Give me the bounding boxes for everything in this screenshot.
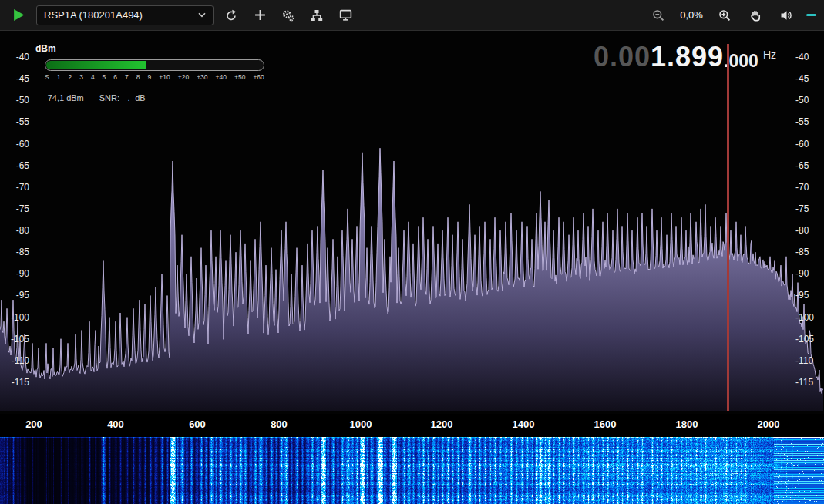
frequency-display[interactable]: 0.00 1.899 .000 Hz (594, 41, 776, 73)
smeter-scale-label: 7 (125, 73, 129, 81)
db-scale-label: -60 (16, 139, 29, 150)
db-scale-label: -90 (795, 268, 809, 279)
db-scale-label: -105 (11, 334, 29, 344)
db-scale-label: -85 (795, 247, 809, 257)
smeter-scale-label: +40 (216, 73, 227, 81)
db-scale-label: -90 (16, 268, 29, 279)
zoom-in-icon (718, 9, 731, 22)
freq-tick-label: 1800 (664, 418, 710, 430)
smeter-scale-label: 1 (57, 73, 61, 81)
gears-icon (282, 9, 294, 22)
zoom-out-button[interactable] (647, 5, 669, 26)
zoom-level: 0,0% (678, 9, 705, 21)
chevron-down-icon (198, 12, 206, 18)
db-scale-label: -65 (795, 160, 809, 171)
spectrum-plot[interactable] (0, 31, 824, 414)
smeter-scale-label: +60 (253, 73, 264, 81)
db-scale-label: -110 (795, 355, 813, 366)
frequency-axis: 200400600800100012001400160018002000 (0, 414, 824, 437)
db-scale-label: -70 (16, 182, 29, 193)
freq-tick-label: 600 (174, 418, 220, 430)
db-scale-label: -75 (795, 203, 809, 214)
db-scale-label: -65 (16, 160, 29, 171)
db-scale-label: -80 (795, 225, 809, 236)
speaker-icon (780, 9, 792, 22)
smeter-scale-label: +20 (178, 73, 189, 81)
smeter-bar (45, 59, 264, 71)
db-scale-label: -110 (12, 355, 29, 366)
pan-button[interactable] (745, 5, 766, 26)
play-icon (12, 8, 25, 22)
db-scale-label: -75 (16, 203, 29, 214)
db-scale-label: -100 (795, 312, 814, 323)
db-scale-label: -70 (795, 182, 809, 193)
display-settings-button[interactable] (335, 5, 356, 26)
volume-slider[interactable] (806, 14, 816, 16)
smeter-scale-label: S (45, 73, 49, 81)
zoom-in-button[interactable] (714, 5, 735, 26)
smeter-scale-label: 3 (79, 73, 83, 81)
waterfall-display[interactable] (0, 437, 824, 504)
smeter-fill (46, 61, 146, 69)
db-scale-label: -55 (16, 116, 29, 127)
frequency-leading-zeros: 0.00 (594, 41, 651, 73)
smeter-scale: S123456789+10+20+30+40+50+60 (45, 73, 264, 81)
db-scale-label: -60 (795, 139, 809, 150)
freq-tick-label: 1000 (338, 418, 384, 430)
db-scale-label: -95 (795, 290, 809, 301)
freq-tick-label: 1400 (500, 418, 547, 430)
volume-button[interactable] (775, 5, 797, 26)
play-button[interactable] (8, 5, 29, 26)
hand-icon (749, 9, 762, 22)
db-scale-label: -55 (795, 116, 809, 127)
zoom-out-icon (652, 9, 664, 22)
db-scale-left: -40-45-50-55-60-65-70-75-80-85-90-95-100… (0, 31, 31, 414)
db-scale-label: -115 (12, 377, 29, 388)
db-scale-label: -105 (795, 334, 814, 344)
freq-tick-label: 800 (256, 418, 302, 430)
db-scale-label: -80 (16, 225, 29, 236)
module-settings-button[interactable] (277, 5, 299, 26)
db-scale-label: -40 (16, 52, 29, 62)
smeter-scale-label: +30 (197, 73, 207, 81)
smeter-scale-label: 6 (113, 73, 117, 81)
db-scale-label: -85 (16, 247, 29, 257)
frequency-unit-label: Hz (763, 49, 776, 61)
source-selector-dropdown[interactable]: RSP1A (180201A494) (36, 5, 214, 25)
db-scale-label: -45 (795, 73, 809, 84)
source-selector-value: RSP1A (180201A494) (44, 9, 143, 21)
db-unit-label: dBm (35, 43, 56, 54)
smeter-scale-label: +10 (159, 73, 170, 81)
db-scale-label: -50 (795, 95, 809, 106)
sdr-app: RSP1A (180201A494) (0, 0, 824, 504)
freq-tick-label: 2000 (745, 418, 792, 430)
frequency-cursor[interactable] (727, 44, 729, 411)
db-scale-label: -40 (795, 52, 809, 62)
toolbar: RSP1A (180201A494) (0, 0, 824, 31)
refresh-button[interactable] (220, 5, 242, 26)
monitor-icon (339, 8, 352, 22)
snr-readout: SNR: --.- dB (99, 93, 146, 102)
smeter-scale-label: 5 (103, 73, 106, 81)
power-readout: -74,1 dBm (45, 93, 84, 102)
add-module-button[interactable] (249, 5, 271, 26)
freq-tick-label: 400 (92, 418, 139, 430)
spectrum-area (0, 148, 823, 411)
db-scale-label: -115 (795, 377, 813, 388)
db-scale-label: -45 (16, 73, 29, 84)
db-scale-right: -40-45-50-55-60-65-70-75-80-85-90-95-100… (793, 31, 824, 414)
smeter-scale-label: 4 (91, 73, 95, 81)
freq-tick-label: 200 (11, 418, 57, 430)
smeter-scale-label: 2 (68, 73, 72, 81)
spectrum-panel: -40-45-50-55-60-65-70-75-80-85-90-95-100… (0, 31, 824, 414)
freq-tick-label: 1200 (419, 418, 465, 430)
refresh-icon (225, 9, 237, 22)
signal-readout: -74,1 dBm SNR: --.- dB (45, 93, 146, 102)
freq-tick-label: 1600 (582, 418, 628, 430)
sitemap-icon (311, 9, 323, 22)
plus-icon (254, 9, 266, 21)
network-button[interactable] (306, 5, 328, 26)
smeter-scale-label: +50 (234, 73, 245, 81)
db-scale-label: -100 (11, 312, 29, 323)
frequency-main-digits: 1.899 (651, 41, 724, 73)
